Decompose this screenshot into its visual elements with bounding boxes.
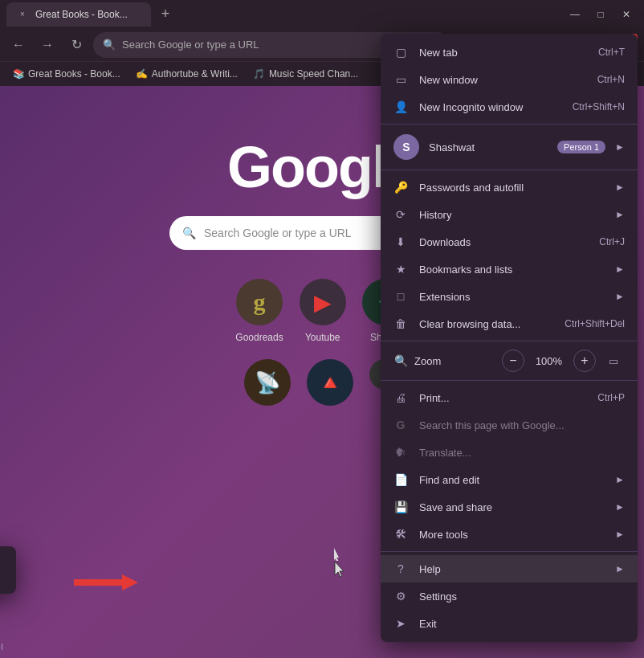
- menu-item-bookmarks[interactable]: ★ Bookmarks and lists ►: [381, 255, 638, 283]
- bookmark-greatbooks-icon: 📚: [13, 68, 24, 80]
- menu-label-new-tab: New tab: [419, 47, 587, 59]
- menu-item-new-window[interactable]: ▭ New window Ctrl+N: [381, 66, 638, 93]
- shortcut-2b[interactable]: 🔺: [307, 359, 353, 406]
- zoom-increase-button[interactable]: +: [573, 349, 596, 372]
- profile-badge: Person 1: [557, 141, 605, 153]
- shortcut-clear-data: Ctrl+Shift+Del: [565, 318, 625, 329]
- menu-label-bookmarks: Bookmarks and lists: [419, 264, 604, 276]
- menu-item-translate[interactable]: 🗣 Translate...: [381, 439, 638, 466]
- shortcut-incognito: Ctrl+Shift+N: [573, 101, 625, 112]
- menu-label-exit: Exit: [419, 618, 625, 630]
- search-page-icon: G: [393, 418, 408, 432]
- bookmark-music-label: Music Speed Chan...: [269, 68, 358, 80]
- menu-item-zoom: 🔍 Zoom − 100% + ▭: [381, 345, 638, 377]
- bookmark-music[interactable]: 🎵 Music Speed Chan...: [247, 66, 365, 82]
- menu-label-find-edit: Find and edit: [419, 474, 604, 486]
- menu-label-new-window: New window: [419, 74, 586, 86]
- maximize-button[interactable]: □: [589, 6, 612, 23]
- red-arrow: [74, 573, 138, 576]
- submenu-item-about[interactable]: ⓘ About Google Chrome: [0, 551, 16, 578]
- menu-item-search-page[interactable]: G Search this page with Google...: [381, 411, 638, 439]
- shortcut-youtube[interactable]: ▶ Youtube: [300, 279, 346, 343]
- submenu-item-help-center[interactable]: ⓘ Help center: [0, 606, 16, 633]
- save-share-icon: 💾: [393, 500, 408, 514]
- menu-label-print: Print...: [419, 392, 586, 404]
- menu-item-help[interactable]: ? Help ►: [381, 555, 638, 582]
- menu-item-clear-data[interactable]: 🗑 Clear browsing data... Ctrl+Shift+Del: [381, 310, 638, 337]
- menu-label-help: Help: [419, 563, 604, 575]
- profile-avatar: S: [393, 134, 419, 160]
- search-bar-icon: 🔍: [182, 227, 196, 239]
- menu-label-translate: Translate...: [419, 447, 625, 459]
- exit-icon: ➤: [393, 616, 408, 631]
- menu-label-save-share: Save and share: [419, 501, 604, 513]
- bookmarks-arrow: ►: [615, 264, 625, 275]
- menu-item-save-share[interactable]: 💾 Save and share ►: [381, 493, 638, 521]
- shortcut-2a-icon: 📡: [244, 359, 291, 406]
- help-submenu: ⓘ About Google Chrome ⓘ What's New ⓘ Hel…: [0, 546, 16, 594]
- bookmark-music-icon: 🎵: [254, 68, 265, 80]
- bookmark-authortube-label: Authortube & Writi...: [152, 68, 238, 80]
- menu-label-search-page: Search this page with Google...: [419, 419, 625, 431]
- submenu-item-whats-new[interactable]: ⓘ What's New: [0, 578, 16, 606]
- menu-item-incognito[interactable]: 👤 New Incognito window Ctrl+Shift+N: [381, 93, 638, 121]
- minimize-button[interactable]: —: [564, 6, 586, 23]
- more-tools-arrow: ►: [615, 529, 625, 540]
- shortcut-2a[interactable]: 📡: [244, 359, 291, 406]
- menu-item-find-edit[interactable]: 📄 Find and edit ►: [381, 466, 638, 493]
- dropdown-menu: ▢ New tab Ctrl+T ▭ New window Ctrl+N 👤 N…: [381, 34, 638, 642]
- settings-icon: ⚙: [393, 589, 408, 603]
- menu-item-extensions[interactable]: □ Extensions ►: [381, 283, 638, 310]
- menu-item-history[interactable]: ⟳ History ►: [381, 201, 638, 228]
- bookmark-authortube-icon: ✍: [137, 68, 148, 80]
- tab-close-icon[interactable]: ×: [16, 8, 29, 21]
- shortcuts-row-2: 📡 🔺 –: [244, 359, 400, 406]
- clear-data-icon: 🗑: [393, 317, 408, 331]
- zoom-expand-button[interactable]: ▭: [602, 349, 625, 372]
- menu-label-clear-data: Clear browsing data...: [419, 318, 553, 330]
- shortcut-goodreads[interactable]: g Goodreads: [235, 279, 283, 343]
- divider-3: [381, 341, 638, 341]
- window-controls: — □ ✕: [564, 6, 638, 23]
- zoom-decrease-button[interactable]: −: [502, 349, 524, 372]
- new-tab-icon: ▢: [393, 45, 408, 59]
- shortcut-youtube-label: Youtube: [305, 332, 340, 343]
- help-arrow: ►: [615, 563, 625, 574]
- menu-item-more-tools[interactable]: 🛠 More tools ►: [381, 521, 638, 548]
- new-tab-button[interactable]: +: [154, 3, 177, 26]
- shortcut-downloads: Ctrl+J: [599, 236, 625, 247]
- menu-item-passwords[interactable]: 🔑 Passwords and autofill ►: [381, 174, 638, 201]
- refresh-button[interactable]: ↻: [64, 33, 88, 57]
- zoom-value: 100%: [531, 355, 567, 367]
- bookmark-greatbooks[interactable]: 📚 Great Books - Book...: [6, 66, 127, 82]
- zoom-label: Zoom: [414, 355, 495, 367]
- back-button[interactable]: ←: [6, 33, 31, 57]
- close-button[interactable]: ✕: [615, 6, 638, 23]
- menu-label-history: History: [419, 209, 604, 221]
- zoom-icon: 🔍: [393, 354, 408, 368]
- menu-item-profile[interactable]: S Shashwat Person 1 ►: [381, 128, 638, 166]
- divider-4: [381, 380, 638, 381]
- forward-button[interactable]: →: [35, 33, 59, 57]
- menu-item-new-tab[interactable]: ▢ New tab Ctrl+T: [381, 39, 638, 66]
- svg-marker-0: [74, 574, 138, 591]
- passwords-arrow: ►: [615, 182, 625, 193]
- bookmark-authortube[interactable]: ✍ Authortube & Writi...: [130, 66, 244, 82]
- menu-item-settings[interactable]: ⚙ Settings: [381, 582, 638, 610]
- menu-item-downloads[interactable]: ⬇ Downloads Ctrl+J: [381, 228, 638, 255]
- shortcut-report: Alt+Shift+I: [0, 642, 3, 652]
- menu-label-settings: Settings: [419, 591, 625, 603]
- menu-item-print[interactable]: 🖨 Print... Ctrl+P: [381, 384, 638, 411]
- menu-label-extensions: Extensions: [419, 291, 604, 303]
- menu-item-exit[interactable]: ➤ Exit: [381, 610, 638, 637]
- divider-1: [381, 124, 638, 125]
- passwords-icon: 🔑: [393, 180, 408, 194]
- submenu-item-report[interactable]: ⓘ Report an issue... Alt+Shift+I: [0, 633, 16, 658]
- shortcut-goodreads-label: Goodreads: [235, 332, 283, 343]
- divider-2: [381, 170, 638, 170]
- print-icon: 🖨: [393, 390, 408, 405]
- bookmark-greatbooks-label: Great Books - Book...: [28, 68, 120, 80]
- shortcut-new-window: Ctrl+N: [597, 74, 625, 85]
- extensions-arrow: ►: [615, 291, 625, 302]
- active-tab[interactable]: × Great Books - Book...: [6, 2, 151, 27]
